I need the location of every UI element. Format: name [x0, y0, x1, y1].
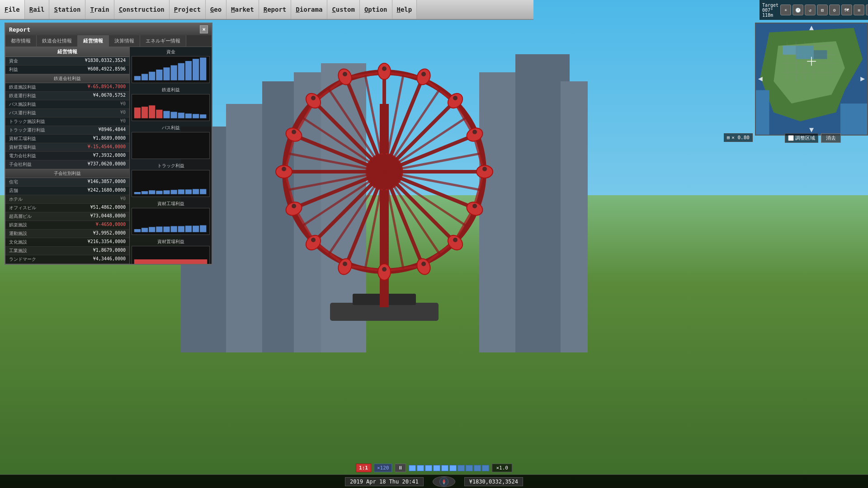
menu-help[interactable]: Help — [392, 0, 417, 19]
svg-point-80 — [453, 96, 458, 100]
hud-icon-grid[interactable]: ⊞ — [817, 5, 828, 15]
speed-seg-6[interactable] — [449, 465, 457, 471]
hud-icon-map[interactable]: 🗺 — [841, 5, 852, 15]
adjust-zone-checkbox[interactable]: 調整区域 — [785, 133, 818, 143]
svg-rect-138 — [193, 114, 199, 118]
svg-rect-98 — [840, 103, 867, 135]
hud-target-label: Target — [762, 3, 778, 8]
hud-icon-layers[interactable]: ≡ — [854, 5, 864, 15]
menu-train[interactable]: Train — [85, 0, 114, 19]
chart-truck: トラック利益 — [132, 163, 210, 197]
svg-rect-143 — [142, 191, 148, 194]
hud-icon-sun[interactable]: ☀ — [780, 5, 791, 15]
chart-shisan: 資金 — [132, 49, 210, 83]
menu-rail[interactable]: Rail — [25, 0, 50, 19]
svg-rect-144 — [149, 190, 155, 194]
row-sub-2: ホテル ¥0 — [5, 195, 129, 204]
hud-icon-clock[interactable]: 🕐 — [793, 5, 803, 15]
svg-rect-140 — [132, 133, 209, 159]
row-railway-5: トラック運行利益 ¥8946,4844 — [5, 126, 129, 135]
tab-settlement[interactable]: 決算情報 — [109, 35, 140, 47]
menu-market[interactable]: Market — [226, 0, 259, 19]
svg-rect-159 — [178, 226, 184, 232]
chart-bus-bars — [132, 132, 210, 159]
chart-shisan-bars — [132, 56, 210, 83]
top-menu-bar: File Rail Station Train Construction Pro… — [0, 0, 533, 20]
minimap[interactable] — [755, 23, 868, 136]
hud-icon-gear[interactable]: ⚙ — [829, 5, 840, 15]
tab-management[interactable]: 経営情報 — [78, 35, 109, 47]
svg-point-92 — [311, 96, 316, 100]
section-header-management: 経営情報 — [5, 47, 129, 57]
subsection-railway: 鉄道会社利益 — [5, 74, 129, 83]
speed-seg-7[interactable] — [458, 465, 465, 471]
pause-button[interactable]: ⏸ — [395, 464, 406, 472]
tab-city[interactable]: 都市情報 — [5, 35, 37, 47]
speed-seg-1[interactable] — [409, 465, 416, 471]
chart-truck-bars — [132, 170, 210, 197]
adjust-zone-label: 調整区域 — [795, 135, 815, 141]
chart-factory: 資材工場利益 — [132, 201, 210, 235]
svg-point-90 — [282, 167, 286, 171]
menu-project[interactable]: Project — [170, 0, 206, 19]
scale-icon: ⊞ — [727, 135, 730, 141]
menu-option[interactable]: Option — [360, 0, 392, 19]
chart-bus: バス利益 — [132, 125, 210, 159]
speed-seg-10[interactable] — [482, 465, 489, 471]
menu-report[interactable]: Report — [259, 0, 292, 19]
menu-geo[interactable]: Geo — [206, 0, 226, 19]
svg-point-93 — [343, 72, 347, 76]
chart-bus-label: バス利益 — [132, 125, 210, 131]
svg-point-89 — [292, 204, 296, 208]
svg-rect-150 — [193, 189, 199, 194]
row-railway-8: 電力会社利益 ¥7,3932,0000 — [5, 152, 129, 160]
menu-custom[interactable]: Custom — [327, 0, 360, 19]
speed-seg-8[interactable] — [466, 465, 473, 471]
row-sub-0: 住宅 ¥146,3857,0000 — [5, 178, 129, 187]
row-sub-1: 店舗 ¥242,1680,0000 — [5, 187, 129, 195]
adjust-checkbox-input[interactable] — [788, 135, 794, 141]
hud-icon-refresh[interactable]: ↺ — [805, 5, 816, 15]
tab-energy[interactable]: エネルギー情報 — [140, 35, 186, 47]
speed-seg-3[interactable] — [425, 465, 432, 471]
tab-company[interactable]: 鉄道会社情報 — [37, 35, 78, 47]
menu-diorama[interactable]: Diorama — [291, 0, 327, 19]
svg-rect-158 — [171, 226, 177, 232]
svg-rect-137 — [185, 113, 192, 118]
report-content: 経営情報 資金 ¥1830,0332,3524 利益 ¥608,4922,859… — [5, 47, 212, 264]
menu-construction[interactable]: Construction — [114, 0, 170, 19]
chart-storage: 資材置場利益 — [132, 239, 210, 264]
delete-button[interactable]: 消去 — [821, 133, 841, 143]
hud-target-info: Target 007° 118m — [762, 3, 778, 18]
svg-rect-162 — [200, 225, 206, 232]
speed-seg-5[interactable] — [441, 465, 448, 471]
compass-dial — [433, 476, 455, 487]
svg-rect-161 — [193, 226, 199, 232]
svg-rect-132 — [149, 105, 155, 118]
speed-seg-9[interactable] — [474, 465, 481, 471]
speed-ratio-badge: 1:1 — [356, 464, 371, 472]
svg-rect-123 — [163, 67, 170, 80]
report-close-button[interactable]: × — [200, 25, 208, 33]
svg-rect-125 — [178, 63, 184, 80]
row-sub-6: 運動施設 ¥3,9952,0000 — [5, 230, 129, 238]
speed-multiplier-display: ×1.0 — [492, 464, 512, 472]
svg-rect-136 — [178, 113, 184, 118]
svg-rect-122 — [156, 70, 162, 80]
menu-station[interactable]: Station — [49, 0, 85, 19]
svg-rect-139 — [200, 114, 206, 118]
chart-railway: 鉄道利益 — [132, 87, 210, 121]
row-rieki: 利益 ¥608,4922,8596 — [5, 66, 129, 74]
row-railway-2: バス施設利益 ¥0 — [5, 100, 129, 109]
svg-rect-124 — [171, 66, 177, 80]
svg-rect-121 — [149, 72, 155, 80]
menu-file[interactable]: File — [0, 0, 25, 19]
speed-seg-2[interactable] — [417, 465, 424, 471]
svg-point-84 — [453, 238, 458, 242]
speed-seg-4[interactable] — [433, 465, 440, 471]
row-sub-9: ランドマーク ¥4,3446,0000 — [5, 255, 129, 264]
row-rieki-label: 利益 — [9, 66, 18, 73]
row-sub-3: オフィスビル ¥51,4862,0000 — [5, 204, 129, 212]
hud-icon-camera[interactable]: 📷 — [866, 5, 868, 15]
svg-rect-127 — [193, 59, 199, 80]
